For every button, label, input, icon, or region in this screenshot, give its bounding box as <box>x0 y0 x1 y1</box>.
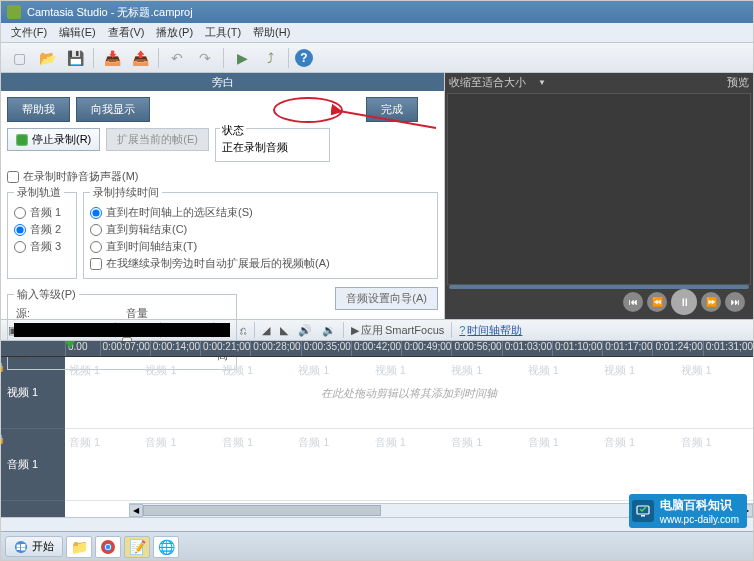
status-box: 状态 正在录制音频 <box>215 128 330 162</box>
help-me-button[interactable]: 帮助我 <box>7 97 70 122</box>
menu-bar: 文件(F) 编辑(E) 查看(V) 播放(P) 工具(T) 帮助(H) <box>1 23 753 43</box>
duration-clip-radio[interactable] <box>90 224 102 236</box>
task-chrome-icon[interactable] <box>95 536 121 558</box>
duration-timeline-radio[interactable] <box>90 241 102 253</box>
step-back-icon[interactable]: ⏪ <box>647 292 667 312</box>
audio-track-header[interactable]: 🔒 音频 1 <box>1 429 65 501</box>
track-1-radio[interactable] <box>14 207 26 219</box>
monitor-icon <box>632 500 654 522</box>
track-bg-label: 视频 1 <box>371 363 447 378</box>
menu-file[interactable]: 文件(F) <box>5 23 53 42</box>
audio-wizard-button[interactable]: 音频设置向导(A) <box>335 287 438 310</box>
track-body[interactable]: 视频 1视频 1视频 1视频 1视频 1视频 1视频 1视频 1视频 1 在此处… <box>65 357 753 517</box>
scroll-left-icon[interactable]: ◀ <box>129 504 143 517</box>
export-icon[interactable]: 📤 <box>128 46 152 70</box>
track-bg-label: 音频 1 <box>65 435 141 450</box>
scrollbar-thumb[interactable] <box>143 505 381 516</box>
open-icon[interactable]: 📂 <box>35 46 59 70</box>
play-pause-icon[interactable]: ⏸ <box>671 289 697 315</box>
task-explorer-icon[interactable]: 📁 <box>66 536 92 558</box>
record-indicator-icon <box>16 134 28 146</box>
stop-record-button[interactable]: 停止录制(R) <box>7 128 100 151</box>
menu-tools[interactable]: 工具(T) <box>199 23 247 42</box>
video-track-header[interactable]: 🔒 视频 1 <box>1 357 65 429</box>
extend-frame-button: 扩展当前的帧(E) <box>106 128 209 151</box>
timeline-help-link[interactable]: ? 时间轴帮助 <box>456 323 525 338</box>
lock-icon[interactable]: 🔒 <box>0 433 3 443</box>
mute-speakers-checkbox[interactable] <box>7 171 19 183</box>
track-bg-label: 音频 1 <box>524 435 600 450</box>
track-2-radio[interactable] <box>14 224 26 236</box>
show-me-button[interactable]: 向我显示 <box>76 97 150 122</box>
zoom-dropdown[interactable]: 收缩至适合大小 ▼ <box>449 75 546 90</box>
task-globe-icon[interactable]: 🌐 <box>153 536 179 558</box>
save-icon[interactable]: 💾 <box>63 46 87 70</box>
track-bg-label: 视频 1 <box>218 363 294 378</box>
ruler-tick: 0:01:10;00 <box>552 341 602 356</box>
menu-play[interactable]: 播放(P) <box>150 23 199 42</box>
record-duration-legend: 录制持续时间 <box>90 185 162 200</box>
help-icon[interactable]: ? <box>295 49 313 67</box>
auto-extend-checkbox[interactable] <box>90 258 102 270</box>
audio-track-row[interactable]: 音频 1音频 1音频 1音频 1音频 1音频 1音频 1音频 1音频 1 <box>65 429 753 501</box>
track-3-radio[interactable] <box>14 241 26 253</box>
app-icon <box>7 5 21 19</box>
timeline-ruler[interactable]: 0.000:00:07;000:00:14;000:00:21;000:00:2… <box>1 341 753 357</box>
undo-icon[interactable]: ↶ <box>165 46 189 70</box>
window-title: Camtasia Studio - 无标题.camproj <box>27 5 193 20</box>
ruler-tick: 0:00:56;00 <box>451 341 501 356</box>
track-headers: 🔒 视频 1 🔒 音频 1 <box>1 357 65 517</box>
new-icon[interactable]: ▢ <box>7 46 31 70</box>
step-fwd-icon[interactable]: ⏩ <box>701 292 721 312</box>
preview-viewport <box>447 93 751 285</box>
menu-edit[interactable]: 编辑(E) <box>53 23 102 42</box>
toolbar-separator <box>223 48 224 68</box>
playhead-marker-icon[interactable] <box>65 341 75 349</box>
watermark-url: www.pc-daily.com <box>660 514 739 525</box>
auto-extend-label: 在我继续录制旁边时自动扩展最后的视频帧(A) <box>106 256 330 271</box>
next-clip-icon[interactable]: ⏭ <box>725 292 745 312</box>
taskbar: 开始 📁 📝 🌐 <box>1 531 753 561</box>
ruler-tick: 0:01:31;00 <box>703 341 753 356</box>
ruler-tick: 0:00:28;00 <box>250 341 300 356</box>
prev-clip-icon[interactable]: ⏮ <box>623 292 643 312</box>
ruler-tick: 0:00:14;00 <box>150 341 200 356</box>
preview-progress-bar[interactable] <box>449 285 749 289</box>
finish-button[interactable]: 完成 <box>366 97 418 122</box>
timeline-help-label: 时间轴帮助 <box>467 323 522 338</box>
task-note-icon[interactable]: 📝 <box>124 536 150 558</box>
input-level-legend: 输入等级(P) <box>14 287 79 302</box>
track-bg-label: 音频 1 <box>371 435 447 450</box>
video-track-row[interactable]: 视频 1视频 1视频 1视频 1视频 1视频 1视频 1视频 1视频 1 在此处… <box>65 357 753 429</box>
level-meter <box>14 323 230 337</box>
import-icon[interactable]: 📥 <box>100 46 124 70</box>
preview-controls: ⏮ ⏪ ⏸ ⏩ ⏭ <box>445 287 753 317</box>
menu-view[interactable]: 查看(V) <box>102 23 151 42</box>
track-1-label: 音频 1 <box>30 205 61 220</box>
produce-icon[interactable]: ▶ <box>230 46 254 70</box>
main-content: 旁白 帮助我 向我显示 完成 停止录制(R) 扩展当前的帧(E) 状态 正在录制… <box>1 73 753 319</box>
watermark-title: 电脑百科知识 <box>660 498 732 512</box>
narration-panel: 旁白 帮助我 向我显示 完成 停止录制(R) 扩展当前的帧(E) 状态 正在录制… <box>1 73 445 319</box>
track-3-label: 音频 3 <box>30 239 61 254</box>
track-bg-label: 音频 1 <box>218 435 294 450</box>
duration-selection-radio[interactable] <box>90 207 102 219</box>
toolbar-separator <box>451 322 452 338</box>
redo-icon[interactable]: ↷ <box>193 46 217 70</box>
track-bg-label: 音频 1 <box>141 435 217 450</box>
drag-hint: 在此处拖动剪辑以将其添加到时间轴 <box>321 385 497 400</box>
track-bg-label: 视频 1 <box>141 363 217 378</box>
share-icon[interactable]: ⤴ <box>258 46 282 70</box>
svg-point-5 <box>106 544 110 548</box>
stop-record-label: 停止录制(R) <box>32 132 91 147</box>
preview-header: 收缩至适合大小 ▼ 预览 <box>445 73 753 91</box>
track-bg-label: 视频 1 <box>65 363 141 378</box>
start-button[interactable]: 开始 <box>5 536 63 557</box>
volume-label: 音量 <box>126 306 148 321</box>
title-bar: Camtasia Studio - 无标题.camproj <box>1 1 753 23</box>
windows-logo-icon <box>14 540 28 554</box>
chevron-down-icon: ▼ <box>538 78 546 87</box>
menu-help[interactable]: 帮助(H) <box>247 23 296 42</box>
lock-icon[interactable]: 🔒 <box>0 361 3 371</box>
track-bg-label: 视频 1 <box>600 363 676 378</box>
